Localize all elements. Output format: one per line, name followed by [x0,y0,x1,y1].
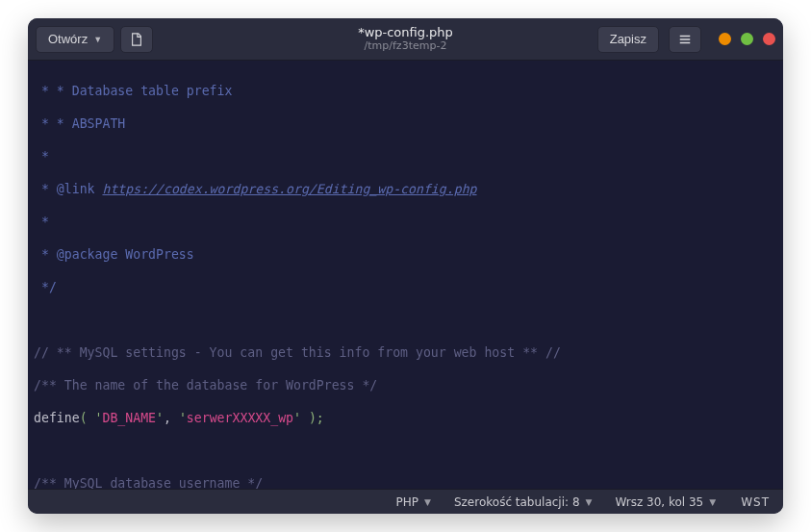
new-document-icon [130,33,143,46]
code-editor[interactable]: * * Database table prefix * * ABSPATH * … [28,61,783,489]
chevron-down-icon: ▼ [93,35,102,44]
code-link: https://codex.wordpress.org/Editing_wp-c… [102,182,476,196]
status-bar: PHP ▼ Szerokość tabulacji: 8 ▼ Wrsz 30, … [28,489,783,514]
status-cursor-label: Wrsz 30, kol 35 [615,495,703,509]
chevron-down-icon: ▼ [424,497,431,507]
open-button-label: Otwórz [48,32,88,46]
status-language[interactable]: PHP ▼ [385,490,443,514]
maximize-button[interactable] [741,33,753,45]
save-button[interactable]: Zapisz [597,26,659,53]
status-cursor-position[interactable]: Wrsz 30, kol 35 ▼ [603,490,727,514]
code-string: serwerXXXXX_wp [187,411,293,425]
code-text: * * Database table prefix [34,84,232,98]
code-comment: /** The name of the database for WordPre… [34,378,377,393]
code-text: * [34,215,49,229]
code-const: DB_NAME [102,411,156,425]
close-button[interactable] [763,33,775,45]
hamburger-icon [678,33,692,46]
chevron-down-icon: ▼ [709,497,716,507]
code-text: */ [34,280,57,294]
status-insert-label: WST [741,495,770,509]
code-comment: /** MySQL database username */ [34,476,263,489]
status-insert-mode[interactable]: WST [727,490,783,514]
code-text: * @link [34,182,102,196]
status-tabwidth-label: Szerokość tabulacji: 8 [454,495,580,509]
window-controls [719,33,775,45]
code-comment: // ** MySQL settings - You can get this … [34,345,561,360]
status-tabwidth[interactable]: Szerokość tabulacji: 8 ▼ [443,490,604,514]
save-button-label: Zapisz [610,32,646,46]
chevron-down-icon: ▼ [586,497,593,507]
new-tab-button[interactable] [120,26,153,53]
minimize-button[interactable] [719,33,731,45]
status-language-label: PHP [396,495,419,509]
open-button[interactable]: Otwórz ▼ [36,26,114,53]
editor-window: Otwórz ▼ *wp-config.php /tmp/fz3temp-2 Z… [28,18,783,514]
code-text: * [34,149,49,164]
code-text: define [34,411,80,425]
code-text: * @package WordPress [34,247,194,262]
code-text: * * ABSPATH [34,116,125,131]
header-toolbar: Otwórz ▼ *wp-config.php /tmp/fz3temp-2 Z… [28,18,783,61]
hamburger-menu-button[interactable] [669,26,701,53]
